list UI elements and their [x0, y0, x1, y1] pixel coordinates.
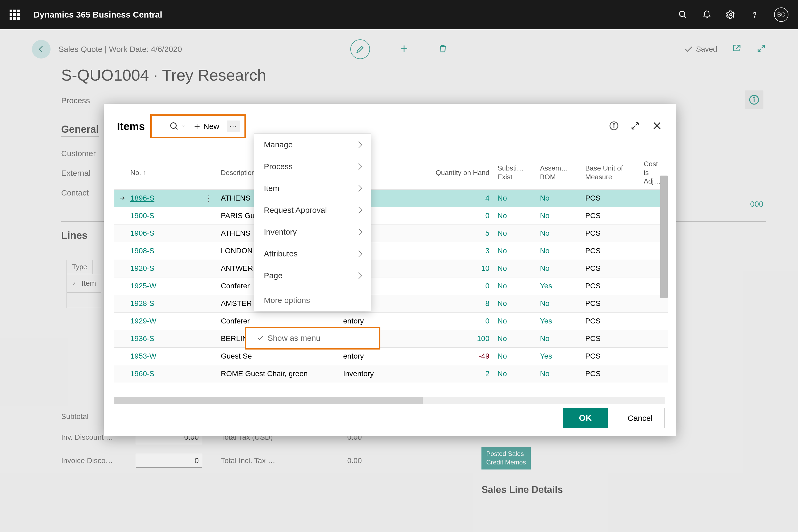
table-row[interactable]: 1960-SROME Guest Chair, greenInventory2N…: [114, 365, 668, 382]
vertical-scrollbar[interactable]: [660, 175, 668, 298]
menu-more-options[interactable]: More options: [254, 290, 371, 311]
cell-description: Guest Se: [221, 352, 343, 360]
expand-icon[interactable]: [630, 121, 640, 132]
search-icon[interactable]: [678, 10, 687, 19]
cell-uom: PCS: [585, 211, 644, 220]
app-title: Dynamics 365 Business Central: [34, 10, 678, 20]
table-row[interactable]: 1925-WConfererentory0NoYesPCS: [114, 277, 668, 295]
cell-type: entory: [343, 352, 434, 360]
table-row[interactable]: 1908-SLONDONentory3NoNoPCS: [114, 242, 668, 260]
cell-uom: PCS: [585, 369, 644, 378]
cell-no[interactable]: 1908-S: [130, 247, 205, 255]
cell-qty: 0: [434, 282, 497, 290]
cell-substitutes: No: [497, 282, 540, 290]
cell-qty: 0: [434, 317, 497, 325]
table-row[interactable]: 1900-SPARIS Guentory0NoNoPCS: [114, 207, 668, 225]
menu-page[interactable]: Page: [254, 265, 371, 286]
table-row[interactable]: 1953-WGuest Seentory-49NoYesPCS: [114, 347, 668, 365]
cell-assembly: No: [540, 264, 585, 273]
cell-qty: 10: [434, 264, 497, 273]
bell-icon[interactable]: [702, 10, 711, 19]
cell-assembly: Yes: [540, 352, 585, 360]
row-menu-icon[interactable]: ⋮: [205, 194, 212, 203]
cell-qty: 0: [434, 211, 497, 220]
ok-button[interactable]: OK: [563, 408, 608, 428]
menu-attributes[interactable]: Attributes: [254, 243, 371, 265]
cell-assembly: Yes: [540, 282, 585, 290]
cell-no[interactable]: 1906-S: [130, 229, 205, 238]
cell-no[interactable]: 1960-S: [130, 369, 205, 378]
actions-dropdown: Manage Process Item Request Approval Inv…: [254, 134, 371, 311]
app-launcher-icon[interactable]: [10, 10, 20, 20]
info-icon[interactable]: [609, 121, 619, 132]
col-uom[interactable]: Base Unit of Measure: [585, 164, 644, 181]
cell-substitutes: No: [497, 247, 540, 255]
more-actions-button[interactable]: ···: [227, 120, 240, 132]
cell-no[interactable]: 1953-W: [130, 352, 205, 360]
gear-icon[interactable]: [726, 10, 735, 19]
cell-substitutes: No: [497, 334, 540, 343]
cell-uom: PCS: [585, 282, 644, 290]
table-row[interactable]: 1929-WConfererentory0NoYesPCS: [114, 312, 668, 330]
user-avatar[interactable]: BC: [774, 7, 788, 22]
menu-item[interactable]: Item: [254, 177, 371, 199]
cell-assembly: No: [540, 299, 585, 308]
menu-show-as-menu[interactable]: Show as menu: [245, 327, 380, 349]
help-icon[interactable]: [750, 10, 759, 19]
cell-assembly: No: [540, 211, 585, 220]
cell-description: ROME Guest Chair, green: [221, 369, 343, 378]
svg-point-15: [613, 124, 614, 125]
svg-line-1: [684, 16, 686, 18]
close-icon[interactable]: [652, 120, 662, 132]
cell-substitutes: No: [497, 229, 540, 238]
menu-request-approval[interactable]: Request Approval: [254, 199, 371, 221]
cell-substitutes: No: [497, 369, 540, 378]
cell-no[interactable]: 1936-S: [130, 334, 205, 343]
cell-substitutes: No: [497, 352, 540, 360]
items-lookup-modal: Items New ··· No. ↑ Description Quantity…: [104, 104, 676, 436]
cell-uom: PCS: [585, 299, 644, 308]
cell-uom: PCS: [585, 352, 644, 360]
col-assembly[interactable]: Assem… BOM: [540, 164, 585, 181]
cell-qty: 2: [434, 369, 497, 378]
table-row[interactable]: 1936-SBERLIN Gentory100NoNoPCS: [114, 330, 668, 347]
cell-no[interactable]: 1920-S: [130, 264, 205, 273]
modal-search-icon[interactable]: [169, 121, 186, 131]
horizontal-scrollbar[interactable]: [114, 397, 665, 404]
cell-substitutes: No: [497, 211, 540, 220]
table-row[interactable]: 1928-SAMSTERentory8NoNoPCS: [114, 295, 668, 312]
cell-qty: 8: [434, 299, 497, 308]
table-row[interactable]: 1906-SATHENSentory5NoNoPCS: [114, 225, 668, 242]
cell-description: Conferer: [221, 317, 343, 325]
col-no[interactable]: No. ↑: [130, 168, 205, 177]
toolbar-highlight: New ···: [150, 114, 246, 138]
cell-substitutes: No: [497, 264, 540, 273]
svg-point-9: [171, 123, 176, 129]
menu-manage[interactable]: Manage: [254, 134, 371, 156]
cell-no[interactable]: 1925-W: [130, 282, 205, 290]
new-button[interactable]: New: [193, 122, 220, 131]
row-indicator-icon: [114, 195, 130, 201]
cell-assembly: No: [540, 334, 585, 343]
cell-no[interactable]: 1929-W: [130, 317, 205, 325]
table-row[interactable]: 1896-S⋮ATHENSentory4NoNoPCS: [114, 189, 668, 207]
cell-uom: PCS: [585, 247, 644, 255]
cell-uom: PCS: [585, 194, 644, 203]
menu-process[interactable]: Process: [254, 156, 371, 177]
svg-point-3: [754, 17, 755, 17]
cell-type: entory: [343, 317, 434, 325]
cell-substitutes: No: [497, 194, 540, 203]
items-grid: No. ↑ Description Quantity on Hand Subst…: [114, 149, 668, 400]
cancel-button[interactable]: Cancel: [616, 408, 664, 428]
svg-line-10: [175, 128, 177, 130]
col-substitutes[interactable]: Substi… Exist: [497, 164, 540, 181]
menu-inventory[interactable]: Inventory: [254, 221, 371, 243]
cell-qty: 5: [434, 229, 497, 238]
table-row[interactable]: 1920-SANTWERentory10NoNoPCS: [114, 260, 668, 277]
cell-no[interactable]: 1900-S: [130, 211, 205, 220]
cell-uom: PCS: [585, 229, 644, 238]
cell-substitutes: No: [497, 299, 540, 308]
col-qty[interactable]: Quantity on Hand: [434, 168, 497, 177]
cell-no[interactable]: 1928-S: [130, 299, 205, 308]
cell-no[interactable]: 1896-S: [130, 194, 205, 203]
